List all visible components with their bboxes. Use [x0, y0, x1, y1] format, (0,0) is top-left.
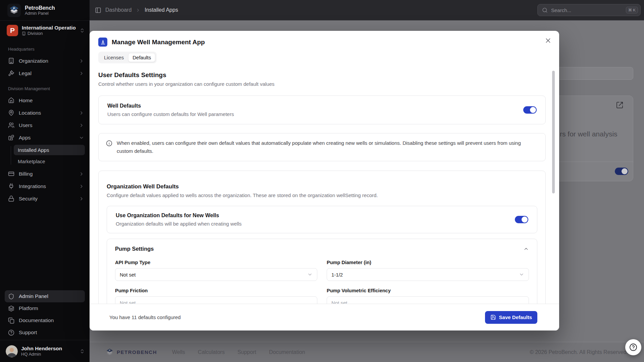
breadcrumb: Dashboard Installed Apps — [95, 7, 178, 13]
home-icon — [8, 97, 14, 104]
users-icon — [8, 122, 14, 128]
org-defaults-title: Organization Well Defaults — [107, 183, 537, 190]
info-banner: When enabled, users can configure their … — [98, 133, 546, 161]
chevron-right-icon — [79, 171, 84, 177]
modal-scroll-area[interactable]: User Defaults Settings Control whether u… — [90, 69, 559, 304]
sidebar-item-label: Billing — [19, 171, 33, 177]
use-org-defaults-title: Use Organization Defaults for New Wells — [116, 213, 241, 219]
footer-link-wells[interactable]: Wells — [172, 349, 185, 355]
topbar: Dashboard Installed Apps ⌘ K — [90, 0, 644, 20]
external-link-icon[interactable] — [616, 101, 624, 109]
sidebar-item-label: Marketplace — [18, 159, 45, 164]
background-app-toggle[interactable] — [615, 168, 628, 175]
sidebar-item-platform[interactable]: Platform — [5, 302, 85, 314]
page-footer: P PETROBENCH Wells Calculators Support D… — [90, 342, 644, 362]
save-defaults-button[interactable]: Save Defaults — [485, 311, 537, 324]
search-shortcut-badge: ⌘ K — [626, 7, 638, 13]
chevron-down-icon — [307, 272, 313, 277]
pump-vol-eff-input[interactable] — [327, 296, 529, 304]
org-name: International Operatio — [22, 24, 79, 31]
sidebar-footer-nav: Admin Panel Platform Documentation Suppo… — [0, 290, 90, 340]
close-icon[interactable] — [544, 37, 552, 44]
sidebar-item-organization[interactable]: Organization — [0, 55, 90, 67]
chevron-up-icon[interactable] — [523, 246, 529, 252]
help-floating-button[interactable] — [625, 339, 641, 355]
chevron-right-icon — [79, 123, 84, 128]
manage-app-modal: Manage Well Management App Licenses Defa… — [90, 31, 559, 330]
save-defaults-label: Save Defaults — [499, 314, 532, 320]
sidebar-item-billing[interactable]: Billing — [0, 168, 90, 180]
sidebar-item-documentation[interactable]: Documentation — [5, 314, 85, 326]
user-menu[interactable]: John Henderson HQ Admin — [0, 340, 90, 362]
pump-diameter-select[interactable]: 1-1/2 — [327, 268, 529, 281]
save-icon — [490, 314, 496, 320]
modal-footer: You have 11 defaults configured Save Def… — [90, 304, 559, 330]
footer-links: Wells Calculators Support Documentation — [172, 349, 305, 355]
petrobench-logo-icon: P — [7, 4, 21, 17]
panel-left-icon[interactable] — [95, 7, 101, 13]
chevrons-up-down-icon — [79, 28, 85, 33]
chevron-down-icon — [79, 135, 84, 140]
footer-link-documentation[interactable]: Documentation — [269, 349, 305, 355]
footer-copyright: © 2026 PetroBench. All Rights Reserved. — [530, 349, 628, 355]
sidebar-item-label: Documentation — [19, 317, 54, 323]
section-subtitle: Control whether users in your organizati… — [98, 81, 546, 87]
background-card-text: rs for well analysis — [560, 130, 618, 138]
tab-defaults[interactable]: Defaults — [128, 53, 155, 62]
sidebar-item-apps[interactable]: Apps — [0, 131, 90, 144]
sidebar-item-label: Platform — [19, 305, 38, 311]
shield-icon — [8, 293, 14, 300]
sidebar-item-label: Support — [19, 329, 37, 336]
footer-link-calculators[interactable]: Calculators — [198, 349, 225, 355]
api-pump-type-select[interactable]: Not set — [115, 268, 317, 281]
global-search[interactable]: ⌘ K — [537, 4, 641, 16]
brand-title: PetroBench — [25, 5, 55, 11]
sidebar-item-integrations[interactable]: Integrations — [0, 180, 90, 192]
footer-link-support[interactable]: Support — [237, 349, 256, 355]
pump-friction-input[interactable] — [115, 296, 317, 304]
sidebar-item-label: Home — [19, 98, 33, 104]
user-role: HQ Admin — [21, 352, 79, 357]
sidebar-item-users[interactable]: Users — [0, 119, 90, 131]
sidebar-subitem-marketplace[interactable]: Marketplace — [14, 156, 85, 167]
use-org-defaults-card: Use Organization Defaults for New Wells … — [107, 206, 537, 233]
sidebar-item-label: Legal — [19, 70, 32, 76]
section-title: User Defaults Settings — [98, 71, 546, 79]
svg-text:P: P — [13, 6, 15, 10]
sidebar-item-security[interactable]: Security — [0, 192, 90, 205]
submenu-guide-line — [11, 146, 11, 165]
sidebar-item-admin-panel[interactable]: Admin Panel — [5, 290, 85, 302]
sidebar-item-support[interactable]: Support — [5, 326, 85, 339]
modal-scrollbar[interactable] — [552, 69, 555, 304]
pump-diameter-label: Pump Diameter (in) — [327, 260, 529, 265]
sidebar-item-legal[interactable]: Legal — [0, 67, 90, 79]
use-org-defaults-subtitle: Organization defaults will be applied wh… — [116, 221, 241, 227]
sidebar-item-label: Locations — [19, 110, 41, 116]
breadcrumb-chevron-icon — [136, 8, 141, 13]
search-input[interactable] — [551, 7, 626, 13]
tab-licenses[interactable]: Licenses — [100, 53, 128, 62]
api-pump-type-value: Not set — [120, 272, 136, 278]
modal-title: Manage Well Management App — [112, 39, 205, 46]
lock-icon — [8, 195, 14, 202]
chevron-down-icon — [519, 272, 524, 277]
building-small-icon — [22, 32, 26, 36]
sidebar-subitem-installed-apps[interactable]: Installed Apps — [14, 145, 85, 155]
use-org-defaults-toggle[interactable] — [515, 216, 528, 223]
chevron-right-icon — [79, 110, 84, 116]
scrollbar-thumb[interactable] — [552, 71, 555, 193]
sidebar-item-locations[interactable]: Locations — [0, 107, 90, 119]
breadcrumb-parent[interactable]: Dashboard — [105, 7, 131, 13]
pump-friction-label: Pump Friction — [115, 288, 317, 293]
info-icon — [106, 140, 112, 146]
svg-text:P: P — [109, 349, 111, 352]
org-switcher[interactable]: P International Operatio Division — [0, 21, 90, 40]
layers-icon — [8, 305, 14, 312]
chevron-right-icon — [79, 58, 84, 64]
pump-settings-title: Pump Settings — [115, 246, 154, 252]
search-icon — [542, 7, 548, 13]
sidebar-item-home[interactable]: Home — [0, 94, 90, 107]
org-defaults-subtitle: Configure default values applied to well… — [107, 192, 537, 198]
well-defaults-toggle[interactable] — [523, 106, 537, 114]
chevrons-up-down-icon — [79, 349, 85, 354]
